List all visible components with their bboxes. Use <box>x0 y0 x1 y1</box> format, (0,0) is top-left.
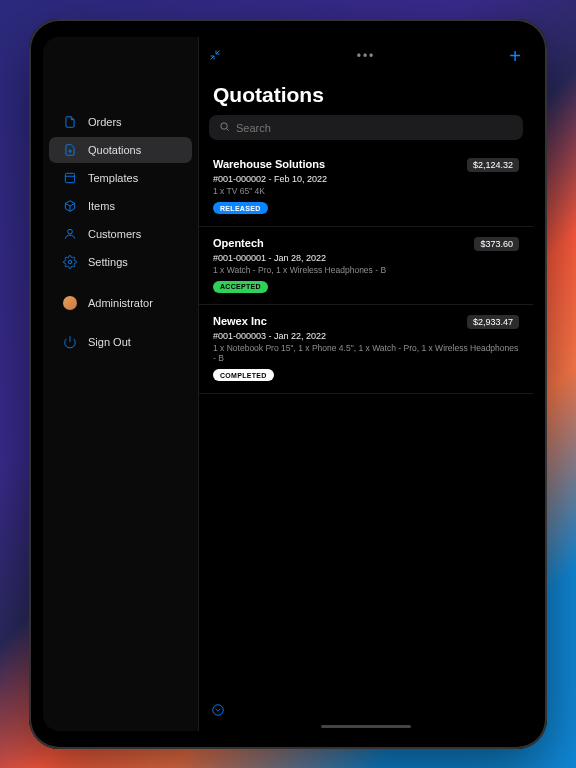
status-badge: ACCEPTED <box>213 281 268 293</box>
power-icon <box>63 335 77 349</box>
sidebar-item-quotations[interactable]: Quotations <box>49 137 192 163</box>
company-name: Newex Inc <box>213 315 267 327</box>
box-icon <box>63 199 77 213</box>
sidebar-item-label: Quotations <box>88 144 141 156</box>
user-name: Administrator <box>88 297 153 309</box>
company-name: Opentech <box>213 237 264 249</box>
price-badge: $373.60 <box>474 237 519 251</box>
sidebar-item-settings[interactable]: Settings <box>49 249 192 275</box>
quotation-ref: #001-000003 - Jan 22, 2022 <box>213 331 519 341</box>
svg-point-8 <box>213 705 224 716</box>
status-badge: COMPLETED <box>213 369 274 381</box>
app-screen: Orders Quotations Templates <box>43 37 533 731</box>
sidebar-item-templates[interactable]: Templates <box>49 165 192 191</box>
search-bar[interactable] <box>209 115 523 140</box>
sidebar-item-orders[interactable]: Orders <box>49 109 192 135</box>
home-indicator <box>321 725 411 728</box>
price-badge: $2,124.32 <box>467 158 519 172</box>
document-icon <box>63 115 77 129</box>
svg-line-7 <box>227 129 229 131</box>
sidebar: Orders Quotations Templates <box>43 37 198 731</box>
quotation-row[interactable]: Opentech $373.60 #001-000001 - Jan 28, 2… <box>199 227 533 306</box>
svg-point-4 <box>68 260 72 264</box>
search-icon <box>219 121 230 134</box>
svg-point-3 <box>68 229 73 234</box>
quotations-list: Warehouse Solutions $2,124.32 #001-00000… <box>199 148 533 731</box>
nav-list: Orders Quotations Templates <box>43 109 198 277</box>
signout-button[interactable]: Sign Out <box>49 329 192 355</box>
quotation-ref: #001-000002 - Feb 10, 2022 <box>213 174 519 184</box>
quotation-desc: 1 x TV 65" 4K <box>213 186 519 196</box>
template-icon <box>63 171 77 185</box>
user-icon <box>63 227 77 241</box>
quotation-desc: 1 x Notebook Pro 15", 1 x Phone 4.5", 1 … <box>213 343 519 363</box>
collapse-icon[interactable] <box>209 49 221 63</box>
price-badge: $2,933.47 <box>467 315 519 329</box>
sidebar-item-label: Customers <box>88 228 141 240</box>
quotation-row[interactable]: Warehouse Solutions $2,124.32 #001-00000… <box>199 148 533 227</box>
svg-point-0 <box>69 150 71 152</box>
sidebar-item-label: Orders <box>88 116 122 128</box>
status-badge: RELEASED <box>213 202 268 214</box>
filter-button[interactable] <box>211 703 225 721</box>
user-row[interactable]: Administrator <box>49 288 192 318</box>
sidebar-item-customers[interactable]: Customers <box>49 221 192 247</box>
quotation-row[interactable]: Newex Inc $2,933.47 #001-000003 - Jan 22… <box>199 305 533 394</box>
tablet-frame: Orders Quotations Templates <box>29 19 547 749</box>
svg-rect-1 <box>65 173 74 182</box>
quotation-ref: #001-000001 - Jan 28, 2022 <box>213 253 519 263</box>
signout-label: Sign Out <box>88 336 131 348</box>
top-bar: ••• + <box>199 37 533 75</box>
avatar <box>63 296 77 310</box>
sidebar-item-label: Settings <box>88 256 128 268</box>
search-input[interactable] <box>236 122 513 134</box>
page-title: Quotations <box>199 75 533 115</box>
quote-icon <box>63 143 77 157</box>
main-panel: ••• + Quotations Warehouse Solutions $2,… <box>198 37 533 731</box>
add-button[interactable]: + <box>509 45 521 68</box>
quotation-desc: 1 x Watch - Pro, 1 x Wireless Headphones… <box>213 265 519 275</box>
sidebar-item-label: Templates <box>88 172 138 184</box>
company-name: Warehouse Solutions <box>213 158 325 170</box>
gear-icon <box>63 255 77 269</box>
svg-point-6 <box>221 123 227 129</box>
sidebar-item-label: Items <box>88 200 115 212</box>
sidebar-item-items[interactable]: Items <box>49 193 192 219</box>
more-icon[interactable]: ••• <box>357 49 376 63</box>
